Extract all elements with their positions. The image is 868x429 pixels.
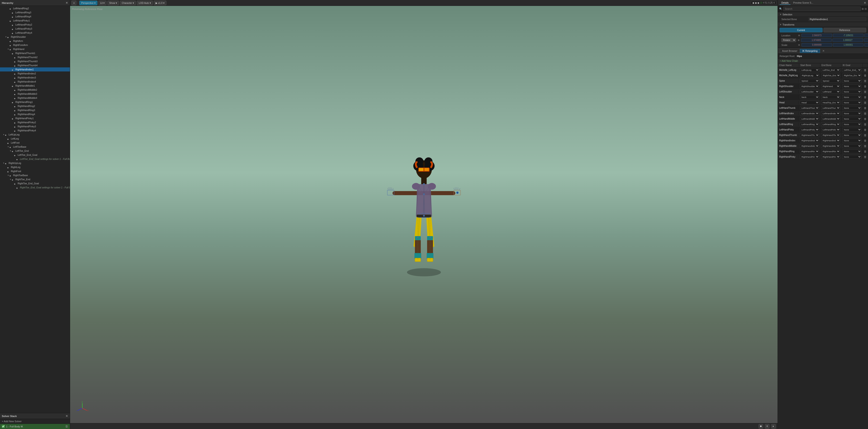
expand-icon[interactable]: ⊞	[862, 7, 864, 10]
tree-item[interactable]: RightHandRing4	[0, 112, 70, 116]
chain-end-bone-cell[interactable]: RightHandIndex4	[820, 138, 841, 143]
chain-ik-goal-cell[interactable]: None	[841, 105, 863, 110]
start-bone-select[interactable]: RightHandPinky1	[800, 155, 819, 159]
tree-item[interactable]: LeftHandPinky1	[0, 19, 70, 23]
start-bone-select[interactable]: LeftHandPinky1	[800, 128, 819, 132]
tree-item[interactable]: RightHandThumb3	[0, 59, 70, 63]
chain-start-bone-cell[interactable]: RightUpLeg	[799, 73, 820, 78]
end-bone-select[interactable]: LeftHand	[821, 90, 840, 94]
chain-end-bone-cell[interactable]: LeftHandThumb4	[820, 105, 841, 110]
end-bone-select[interactable]: RightHandThumb4	[821, 133, 840, 137]
chain-ik-goal-cell[interactable]: None	[841, 111, 863, 116]
start-bone-select[interactable]: LeftUpLeg	[800, 68, 819, 72]
tree-item[interactable]: RightHandThumb1	[0, 51, 70, 55]
chain-delete-button[interactable]: 🗑	[863, 68, 868, 72]
asset-browser-tab[interactable]: Asset Browser	[780, 49, 800, 53]
tree-item[interactable]: RightHandIndex2	[0, 71, 70, 75]
tree-item[interactable]: RightHandMiddle3	[0, 92, 70, 96]
tree-item[interactable]: LeftHandRing2	[0, 6, 70, 10]
chain-ik-goal-cell[interactable]: RightToe_End_Goal	[841, 73, 863, 78]
ik-goal-select[interactable]: None	[842, 95, 862, 99]
chain-delete-button[interactable]: 🗑	[863, 106, 868, 110]
start-bone-select[interactable]: LeftHandIndex1	[800, 112, 819, 115]
tree-item[interactable]: RightForeArm	[0, 43, 70, 47]
chain-end-bone-cell[interactable]: RightHandPinky4	[820, 154, 841, 159]
chain-end-bone-cell[interactable]: RightHandMiddle4	[820, 144, 841, 148]
tree-item[interactable]: RightHandMiddle1	[0, 84, 70, 88]
end-bone-select[interactable]: LeftHandIndex4	[821, 112, 840, 115]
chain-ik-goal-cell[interactable]: None	[841, 100, 863, 105]
details-close-button[interactable]: ✕	[864, 1, 866, 4]
tree-item[interactable]: RightHandIndex4	[0, 80, 70, 84]
chain-delete-button[interactable]: 🗑	[863, 123, 868, 126]
chain-ik-goal-cell[interactable]: None	[841, 138, 863, 143]
rotation-z-input[interactable]	[864, 38, 868, 42]
start-bone-select[interactable]: LeftHandThumb1	[800, 106, 819, 110]
start-bone-select[interactable]: RightUpLeg	[800, 73, 819, 78]
tree-item[interactable]: LeftHandRing3	[0, 10, 70, 14]
scale-x-input[interactable]	[802, 43, 832, 47]
perspective-button[interactable]: Perspective ▾	[80, 1, 97, 5]
solver-stack-close-button[interactable]: ✕	[66, 414, 68, 418]
start-bone-select[interactable]: LeftHandMiddle1	[800, 117, 819, 121]
ik-goal-select[interactable]: None	[842, 139, 862, 143]
start-bone-select[interactable]: RightHandRing1	[800, 150, 819, 153]
chain-start-bone-cell[interactable]: RightHandRing1	[799, 149, 820, 154]
chain-ik-goal-cell[interactable]: None	[841, 133, 863, 137]
chain-delete-button[interactable]: 🗑	[863, 128, 868, 131]
chain-end-bone-cell[interactable]: HeadTop_End	[820, 100, 841, 105]
end-bone-select[interactable]: RightToe_End	[822, 73, 840, 78]
chain-delete-button[interactable]: 🗑	[863, 112, 868, 115]
ik-goal-select[interactable]: None	[842, 133, 862, 137]
chain-start-bone-cell[interactable]: RightHandMiddle1	[799, 144, 820, 148]
start-bone-select[interactable]: LeftHandRing1	[800, 122, 819, 126]
tree-item[interactable]: ▾LeftToeBase	[0, 145, 70, 149]
pause-button[interactable]: ⏸	[765, 424, 769, 429]
rotation-type-select[interactable]: Rotator Quaternion	[781, 38, 796, 42]
ik-goal-select[interactable]: None	[842, 128, 862, 132]
end-bone-select[interactable]: RightHandMiddle4	[821, 144, 840, 148]
ik-goal-select[interactable]: None	[842, 144, 862, 148]
hierarchy-close-button[interactable]: ✕	[66, 1, 68, 4]
ik-goal-select[interactable]: None	[842, 106, 862, 110]
tree-item[interactable]: LeftHandRing4	[0, 14, 70, 19]
end-bone-select[interactable]: LeftHandPinky4	[821, 128, 840, 132]
chain-delete-button[interactable]: 🗑	[863, 117, 868, 121]
ik-retargeting-tab[interactable]: IK Retargeting	[800, 49, 820, 53]
tree-item[interactable]: RightHandMiddle2	[0, 88, 70, 92]
show-button[interactable]: Show ▾	[107, 1, 119, 5]
tree-item[interactable]: RightToe_End_Goal	[0, 181, 70, 185]
end-bone-select[interactable]: RightHandIndex4	[821, 139, 840, 143]
solver-delete-button[interactable]: 🗑	[65, 425, 68, 428]
chain-end-bone-cell[interactable]: RightHandRing4	[820, 149, 841, 154]
tree-item[interactable]: RightHandThumb2	[0, 55, 70, 59]
chain-end-bone-cell[interactable]: LeftHand	[820, 89, 841, 94]
chain-end-bone-cell[interactable]: LeftToe_End	[820, 68, 841, 72]
preview-scene-tab[interactable]: Preview Scene S...	[792, 1, 815, 5]
chain-start-bone-cell[interactable]: RightHandIndex1	[799, 138, 820, 143]
play-button[interactable]: ▶ x1.0 ▾	[154, 1, 166, 5]
chain-delete-button[interactable]: 🗑	[863, 150, 868, 153]
ik-panel-close-button[interactable]: ✕	[822, 49, 825, 53]
tree-item[interactable]: RightHandIndex1	[0, 67, 70, 71]
chain-ik-goal-cell[interactable]: None	[841, 127, 863, 132]
tree-item[interactable]: RightHandIndex3	[0, 75, 70, 80]
location-x-input[interactable]	[802, 34, 832, 37]
chain-start-bone-cell[interactable]: RightShoulder	[799, 84, 820, 89]
chain-ik-goal-cell[interactable]: None	[841, 122, 863, 127]
chain-ik-goal-cell[interactable]: LeftToe_End_Goal	[841, 68, 863, 72]
tree-item[interactable]: ▾LeftUpLeg	[0, 132, 70, 136]
start-bone-select[interactable]: Spine2	[800, 79, 819, 83]
tree-item[interactable]: ▾RightUpLeg	[0, 161, 70, 165]
chain-ik-goal-cell[interactable]: None	[841, 84, 863, 89]
tree-item[interactable]: ▾RightHand	[0, 47, 70, 51]
chain-delete-button[interactable]: 🗑	[863, 155, 868, 158]
chain-end-bone-cell[interactable]: RightHand	[820, 84, 841, 89]
rotation-y-input[interactable]	[833, 38, 863, 42]
current-transform-button[interactable]: Current	[780, 28, 823, 32]
details-search-input[interactable]	[783, 6, 861, 11]
tree-item[interactable]: RightHandPinky2	[0, 120, 70, 124]
ik-goal-select[interactable]: None	[842, 90, 862, 94]
chain-end-bone-cell[interactable]: LeftHandMiddle4	[820, 117, 841, 121]
tree-item[interactable]: RightFoot	[0, 169, 70, 173]
